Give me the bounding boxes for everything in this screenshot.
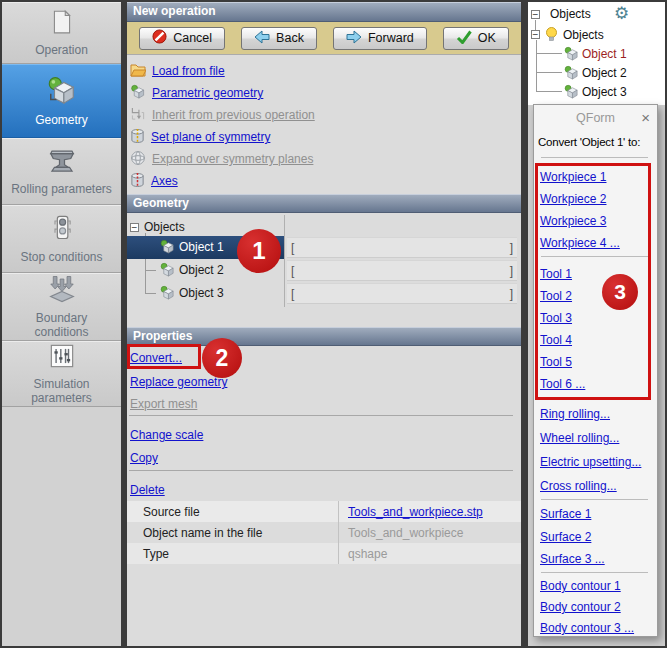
surface-2-link[interactable]: Surface 2: [540, 527, 591, 547]
objects-root-label[interactable]: Objects: [550, 6, 591, 22]
close-icon[interactable]: ×: [641, 108, 650, 128]
change-scale-link[interactable]: Change scale: [130, 428, 203, 442]
sidebar-item-simulation-parameters[interactable]: Simulation parameters: [2, 341, 121, 407]
replace-geometry-link[interactable]: Replace geometry: [130, 375, 227, 389]
popup-prompt: Convert 'Object 1' to:: [538, 136, 640, 148]
axes-link-row[interactable]: Axes: [130, 170, 178, 192]
tool-3-link[interactable]: Tool 3: [540, 308, 572, 328]
copy-link[interactable]: Copy: [130, 451, 158, 465]
sidebar-item-stop-conditions[interactable]: Stop conditions: [2, 205, 121, 273]
delete-link[interactable]: Delete: [130, 483, 165, 497]
tree-collapse-toggle[interactable]: −: [130, 223, 139, 232]
change-scale-link-row: Change scale: [130, 426, 203, 444]
cancel-icon: [152, 29, 167, 47]
geometry-objects-tree: − Objects Object 1 Object 2 Object 3 [] …: [127, 213, 521, 327]
tree-guide-line: [536, 91, 562, 92]
cube-sphere-icon: [47, 75, 77, 108]
expand-over-symmetry-planes-link: Expand over symmetry planes: [152, 152, 313, 166]
ok-check-icon: [456, 30, 472, 47]
property-row-object-name: Object name in the file Tools_and_workpi…: [127, 522, 521, 543]
object-2-value-field[interactable]: []: [287, 260, 517, 281]
cross-rolling-link[interactable]: Cross rolling...: [540, 476, 617, 496]
inherit-link-row: Inherit from previous operation: [130, 104, 315, 126]
object-3-value-field[interactable]: []: [287, 283, 517, 304]
tool-5-link[interactable]: Tool 5: [540, 352, 572, 372]
tree-collapse-toggle[interactable]: −: [531, 10, 540, 19]
set-plane-symmetry-link-row[interactable]: Set plane of symmetry: [130, 126, 270, 148]
body-contour-2-link[interactable]: Body contour 2: [540, 597, 621, 617]
sidebar-item-label: Geometry: [35, 113, 88, 127]
tool-2-link[interactable]: Tool 2: [540, 286, 572, 306]
panel-title: New operation: [127, 2, 521, 22]
property-label: Object name in the file: [143, 526, 262, 540]
load-from-file-link[interactable]: Load from file: [152, 64, 225, 78]
convert-link[interactable]: Convert...: [130, 351, 182, 365]
sidebar-item-rolling-parameters[interactable]: Rolling parameters: [2, 138, 121, 205]
sidebar-item-geometry[interactable]: Geometry: [2, 64, 121, 138]
sidebar-item-label: Boundary conditions: [8, 311, 115, 339]
axes-link[interactable]: Axes: [151, 174, 178, 188]
tree-row-object-3[interactable]: Object 3: [127, 282, 284, 305]
surface-1-link[interactable]: Surface 1: [540, 504, 591, 524]
tool-4-link[interactable]: Tool 4: [540, 330, 572, 350]
workpiece-1-link[interactable]: Workpiece 1: [540, 167, 606, 187]
source-file-link[interactable]: Tools_and_workpiece.stp: [348, 505, 483, 519]
forward-button[interactable]: Forward: [333, 27, 427, 50]
property-value: qshape: [348, 547, 387, 561]
property-row-type: Type qshape: [127, 543, 521, 564]
cancel-button[interactable]: Cancel: [139, 27, 225, 50]
tree-guide-line: [536, 40, 537, 92]
cube-icon: [564, 65, 579, 83]
object-1-value-field[interactable]: []: [287, 237, 517, 258]
gear-icon[interactable]: ⚙: [614, 3, 629, 24]
workpiece-2-link[interactable]: Workpiece 2: [540, 189, 606, 209]
body-contour-3-link[interactable]: Body contour 3 ...: [540, 618, 634, 638]
sidebar-item-label: Rolling parameters: [11, 182, 112, 196]
load-from-file-link-row[interactable]: Load from file: [130, 60, 225, 82]
divider: [541, 157, 648, 158]
property-column-divider: [338, 501, 339, 564]
symmetry-sphere-icon: [130, 150, 146, 169]
back-button[interactable]: Back: [241, 27, 317, 50]
objects-group-label[interactable]: Objects: [563, 27, 604, 43]
geometry-section-header: Geometry: [127, 194, 521, 213]
cube-icon: [160, 239, 175, 257]
surface-3-link[interactable]: Surface 3 ...: [540, 549, 605, 569]
right-tree-object-1[interactable]: Object 1: [582, 46, 627, 62]
arrows-down-icon: [47, 275, 77, 306]
annotation-badge-2: 2: [202, 338, 242, 378]
bulb-icon: [544, 26, 559, 45]
right-tree-object-2[interactable]: Object 2: [582, 65, 627, 81]
tool-1-link[interactable]: Tool 1: [540, 264, 572, 284]
symmetry-plane-icon: [130, 128, 145, 147]
tree-root-label[interactable]: Objects: [144, 217, 185, 237]
copy-link-row: Copy: [130, 449, 158, 467]
sidebar-item-operation[interactable]: Operation: [2, 2, 121, 64]
workpiece-3-link[interactable]: Workpiece 3: [540, 211, 606, 231]
tree-collapse-toggle[interactable]: −: [531, 30, 540, 39]
parametric-geometry-link[interactable]: Parametric geometry: [152, 86, 263, 100]
divider: [541, 572, 648, 573]
set-plane-of-symmetry-link[interactable]: Set plane of symmetry: [151, 130, 270, 144]
electric-upsetting-link[interactable]: Electric upsetting...: [540, 452, 641, 472]
anvil-icon: [47, 148, 77, 177]
parametric-geometry-link-row[interactable]: Parametric geometry: [130, 82, 263, 104]
forward-arrow-icon: [346, 30, 362, 47]
body-contour-1-link[interactable]: Body contour 1: [540, 576, 621, 596]
tree-guide-line: [536, 53, 562, 54]
ok-button[interactable]: OK: [443, 27, 509, 50]
property-label: Source file: [143, 505, 200, 519]
divider: [541, 499, 648, 500]
sidebar-empty-area: [2, 407, 121, 646]
workpiece-4-link[interactable]: Workpiece 4 ...: [540, 233, 620, 253]
sidebar-item-boundary-conditions[interactable]: Boundary conditions: [2, 273, 121, 341]
annotation-badge-3: 3: [602, 274, 638, 310]
popup-title: QForm: [534, 105, 657, 131]
ring-rolling-link[interactable]: Ring rolling...: [540, 404, 610, 424]
divider: [129, 415, 513, 416]
tool-6-link[interactable]: Tool 6 ...: [540, 374, 585, 394]
wheel-rolling-link[interactable]: Wheel rolling...: [540, 428, 619, 448]
right-tree-object-3[interactable]: Object 3: [582, 84, 627, 100]
axes-icon: [130, 172, 145, 191]
document-icon: [49, 9, 75, 38]
